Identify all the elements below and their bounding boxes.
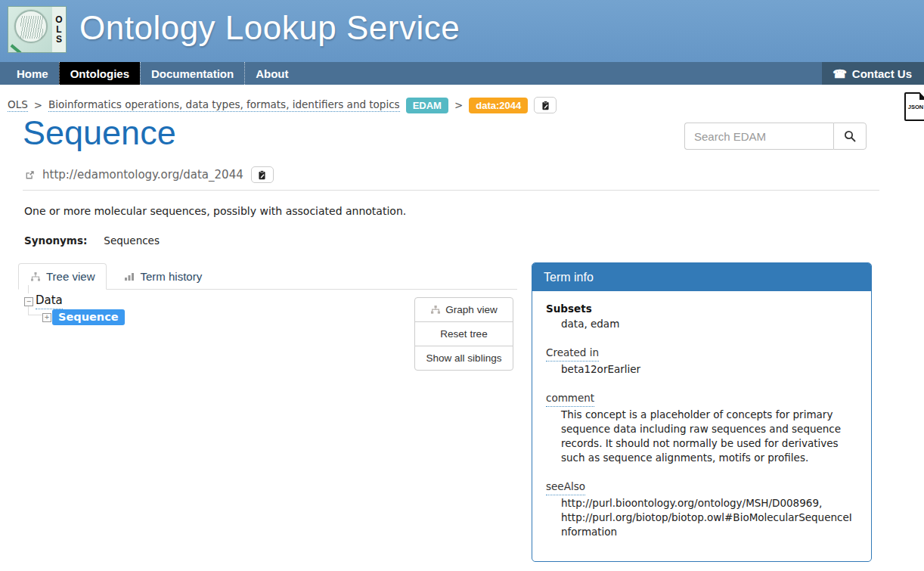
main-content: OLS > Bioinformatics operations, data ty… bbox=[0, 85, 924, 571]
clipboard-icon bbox=[541, 101, 550, 110]
copy-term-id-button[interactable] bbox=[534, 97, 557, 113]
tree-node-data: − Data bbox=[24, 293, 63, 309]
graph-view-label: Graph view bbox=[445, 304, 497, 315]
graph-view-button[interactable]: Graph view bbox=[414, 297, 513, 322]
subsets-group: Subsets data, edam bbox=[546, 302, 857, 331]
page-fold-icon bbox=[919, 92, 924, 100]
subsets-label: Subsets bbox=[546, 302, 857, 316]
logo-letter: O bbox=[55, 15, 62, 25]
term-iri: http://edamontology.org/data_2044 bbox=[42, 168, 243, 182]
term-info-panel: Term info Subsets data, edam Created in … bbox=[532, 262, 872, 562]
bar-chart-icon bbox=[124, 272, 135, 281]
tab-term-history-label: Term history bbox=[140, 270, 202, 283]
ols-logo[interactable]: O L S bbox=[8, 6, 67, 53]
nav-item-home[interactable]: Home bbox=[6, 62, 59, 85]
tab-tree-view[interactable]: Tree view bbox=[18, 263, 107, 290]
logo-letter: S bbox=[56, 35, 62, 45]
page-title: Ontology Lookup Service bbox=[79, 9, 460, 47]
show-all-siblings-button[interactable]: Show all siblings bbox=[414, 346, 513, 371]
created-in-group: Created in beta12orEarlier bbox=[546, 346, 857, 377]
search-icon bbox=[843, 129, 857, 143]
term-iri-row: http://edamontology.org/data_2044 bbox=[25, 166, 274, 183]
ontology-search bbox=[684, 123, 867, 150]
external-link-icon[interactable] bbox=[25, 170, 35, 180]
term-info-body: Subsets data, edam Created in beta12orEa… bbox=[532, 291, 871, 564]
term-info-header: Term info bbox=[532, 263, 871, 291]
search-input[interactable] bbox=[684, 123, 833, 150]
created-in-value: beta12orEarlier bbox=[546, 362, 857, 377]
search-button[interactable] bbox=[833, 123, 867, 150]
comment-group: comment This concept is a placeholder of… bbox=[546, 391, 857, 465]
divider bbox=[23, 190, 879, 191]
tree-connector bbox=[28, 285, 29, 293]
breadcrumb-ontology-link[interactable]: Bioinformatics operations, data types, f… bbox=[48, 98, 400, 112]
tree-node-sequence: + Sequence bbox=[42, 309, 125, 325]
term-title: Sequence bbox=[23, 113, 176, 153]
tab-term-history[interactable]: Term history bbox=[113, 263, 213, 289]
copy-iri-button[interactable] bbox=[251, 166, 274, 183]
magnifier-handle-icon bbox=[11, 44, 22, 52]
tree-node-sequence-label[interactable]: Sequence bbox=[52, 309, 125, 325]
tree-actions: Graph view Reset tree Show all siblings bbox=[414, 297, 513, 371]
nav-item-ontologies[interactable]: Ontologies bbox=[59, 62, 140, 85]
comment-value: This concept is a placeholder of concept… bbox=[546, 408, 857, 465]
tree-view-panel: − Data + Sequence Graph view bbox=[18, 290, 517, 494]
synonyms-label: Synonyms: bbox=[24, 234, 87, 247]
phone-icon: ☎ bbox=[833, 68, 847, 79]
subsets-value: data, edam bbox=[546, 317, 857, 331]
tab-bar: Tree view Term history bbox=[18, 263, 517, 290]
reset-tree-button[interactable]: Reset tree bbox=[414, 321, 513, 346]
nav-item-documentation[interactable]: Documentation bbox=[140, 62, 244, 85]
logo-letters: O L S bbox=[52, 7, 66, 52]
tree-node-data-label[interactable]: Data bbox=[36, 293, 63, 309]
contact-us-link[interactable]: ☎ Contact Us bbox=[822, 62, 924, 85]
magnifier-lens-icon bbox=[14, 10, 48, 43]
contact-us-label: Contact Us bbox=[852, 67, 912, 80]
expand-icon[interactable]: + bbox=[42, 313, 51, 322]
reset-tree-label: Reset tree bbox=[440, 328, 487, 340]
term-description: One or more molecular sequences, possibl… bbox=[24, 205, 406, 217]
logo-magnifier-image bbox=[8, 7, 52, 52]
comment-link[interactable]: comment bbox=[546, 391, 594, 407]
clipboard-icon bbox=[257, 170, 267, 180]
show-all-siblings-label: Show all siblings bbox=[426, 352, 502, 364]
synonyms-row: Synonyms:Sequences bbox=[24, 234, 160, 247]
breadcrumb-ols-link[interactable]: OLS bbox=[8, 98, 28, 112]
created-in-link[interactable]: Created in bbox=[546, 346, 599, 362]
json-icon-label: JSON bbox=[906, 104, 924, 110]
seealso-value: http://purl.bioontology.org/ontology/MSH… bbox=[546, 496, 857, 539]
tree-section: Tree view Term history − Data + S bbox=[18, 263, 517, 494]
graph-icon bbox=[430, 305, 441, 315]
logo-letter: L bbox=[56, 25, 61, 35]
main-navbar: Home Ontologies Documentation About ☎ Co… bbox=[0, 62, 924, 85]
seealso-link[interactable]: seeAlso bbox=[546, 479, 585, 495]
tab-tree-view-label: Tree view bbox=[46, 270, 95, 283]
breadcrumb-separator: > bbox=[34, 99, 42, 111]
tree-connector bbox=[28, 315, 43, 315]
collapse-icon[interactable]: − bbox=[24, 297, 33, 306]
json-download-icon[interactable]: JSON bbox=[904, 92, 924, 121]
breadcrumb: OLS > Bioinformatics operations, data ty… bbox=[8, 97, 557, 113]
app-header: O L S Ontology Lookup Service bbox=[0, 0, 924, 62]
synonyms-value: Sequences bbox=[104, 234, 160, 247]
term-id-badge[interactable]: data:2044 bbox=[469, 98, 528, 113]
seealso-group: seeAlso http://purl.bioontology.org/onto… bbox=[546, 479, 857, 539]
breadcrumb-separator: > bbox=[454, 99, 463, 111]
ontology-badge-edam[interactable]: EDAM bbox=[406, 98, 448, 113]
nav-item-about[interactable]: About bbox=[244, 62, 299, 85]
tree-icon bbox=[30, 272, 41, 282]
